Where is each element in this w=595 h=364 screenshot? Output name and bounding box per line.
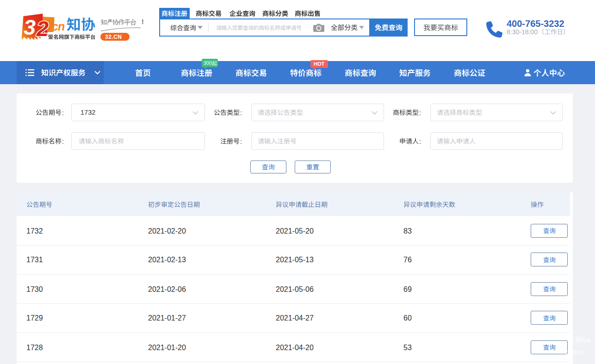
svg-text:3: 3 [24,15,36,39]
svg-text:2: 2 [36,16,49,41]
